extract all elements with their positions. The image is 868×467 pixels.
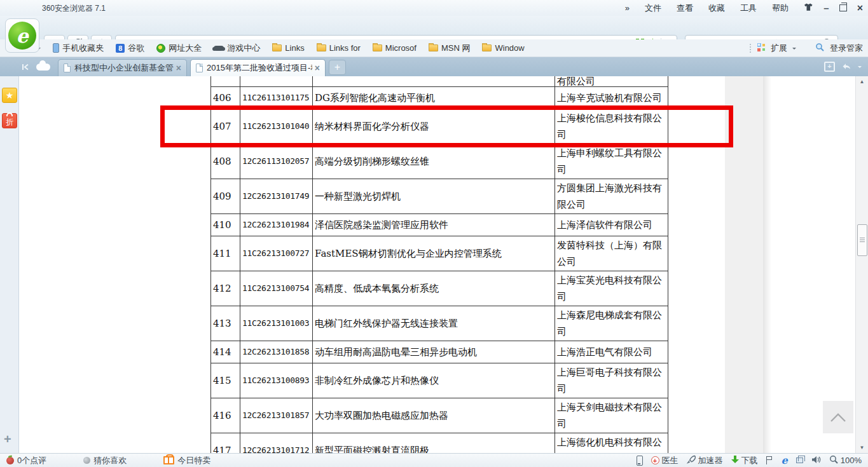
extensions-label[interactable]: 扩展: [771, 43, 787, 54]
bookmark-label: 网址大全: [169, 43, 202, 54]
scroll-up-arrow-icon[interactable]: ▲: [856, 79, 868, 85]
folder-icon: [317, 44, 326, 51]
cloud-sync-icon[interactable]: [36, 64, 50, 71]
table-cell: 方圆集团上海激光科技有限公司: [555, 179, 668, 214]
table-row: 41311C26213101003电梯门红外线保护器无线连接装置上海森尼电梯成套…: [211, 306, 668, 341]
login-manager-icon[interactable]: [815, 43, 825, 54]
table-cell: 大功率双圈加热电磁感应加热器: [313, 398, 555, 433]
favorites-star-button[interactable]: ★: [2, 88, 17, 103]
discounts-zhe-button[interactable]: 折: [2, 113, 17, 128]
table-cell: 一种新型激光切焊机: [313, 179, 555, 214]
accelerator-label: 加速器: [698, 455, 723, 466]
downloads-label: 下载: [741, 455, 758, 466]
accelerator-item[interactable]: 加速器: [687, 455, 723, 466]
deals-label: 今日特卖: [177, 455, 210, 466]
table-cell: 发茵特科技（上海）有限公司: [555, 236, 668, 271]
reviews-item[interactable]: 0个点评: [6, 455, 46, 466]
tab-close-icon[interactable]: ×: [315, 63, 320, 73]
mobile-icon[interactable]: [637, 456, 643, 466]
speaker-icon[interactable]: [811, 456, 821, 466]
scroll-down-arrow-icon[interactable]: ▼: [856, 445, 868, 450]
doctor-label: 医生: [662, 455, 679, 466]
table-cell: 新型平面磁控溅射直流阴极: [313, 433, 555, 454]
windows-stack-icon[interactable]: [796, 457, 803, 463]
bookmark-item[interactable]: 游戏中心: [214, 43, 260, 54]
flag-icon[interactable]: [766, 456, 773, 464]
vertical-scrollbar[interactable]: ▲ ▼: [855, 76, 868, 453]
tab-bar-right: +: [824, 61, 868, 72]
doctor-cross-icon: +: [651, 456, 659, 464]
table-row: 41511C26213100893非制冷红外成像芯片和热像仪上海巨哥电子科技有限…: [211, 363, 668, 398]
skin-icon[interactable]: [804, 3, 813, 14]
menubar-item[interactable]: 工具: [740, 3, 757, 14]
bookmark-item[interactable]: Microsof: [373, 43, 417, 53]
menubar-item[interactable]: 查看: [677, 3, 693, 14]
table-cell: 409: [211, 179, 240, 214]
back-to-top-button[interactable]: [823, 401, 853, 433]
browser-window: 360安全浏览器 7.1 » 文件查看收藏工具帮助 – × e ← http:/…: [0, 0, 868, 467]
sidebar-add-button[interactable]: +: [4, 432, 11, 447]
green-globe-icon: [156, 44, 165, 53]
guess-ball-icon: [83, 457, 90, 464]
table-cell: FastMES钢材切割优化与企业内控管理系统: [313, 236, 555, 271]
table-cell: 12C26213101857: [240, 398, 313, 433]
browser-tab[interactable]: 2015年第二批验收通过项目-科×: [190, 59, 326, 76]
tab-close-icon[interactable]: ×: [176, 63, 181, 73]
bookmark-label: Microsof: [385, 43, 417, 53]
table-cell: 上海泽信软件有限公司: [555, 214, 668, 236]
folder-icon: [429, 44, 438, 51]
table-cell: 上海浩正电气有限公司: [555, 341, 668, 363]
browser-logo-button[interactable]: e: [5, 18, 39, 53]
bookmark-item[interactable]: Links: [272, 43, 304, 53]
menubar-item[interactable]: 收藏: [708, 3, 725, 14]
bookmark-item[interactable]: Links for: [317, 43, 361, 53]
extensions-grid-icon[interactable]: [757, 43, 766, 53]
table-cell: 12C26213101749: [240, 179, 313, 214]
reviews-tomato-icon: [6, 457, 14, 464]
bookmark-item[interactable]: 网址大全: [156, 43, 202, 54]
daily-deals-item[interactable]: 今日特卖: [163, 455, 210, 466]
table-cell: 有限公司: [555, 76, 668, 87]
table-cell: 11C26213101003: [240, 306, 313, 341]
menubar-item[interactable]: 帮助: [772, 3, 789, 14]
tabs-container: 科技型中小企业创新基金管理×2015年第二批验收通过项目-科×: [58, 59, 329, 76]
doctor-item[interactable]: + 医生: [651, 455, 679, 466]
close-button[interactable]: ×: [857, 3, 863, 14]
extensions-caret-icon[interactable]: [792, 48, 796, 51]
undo-closed-tab-icon[interactable]: [841, 61, 851, 72]
minimize-button[interactable]: –: [823, 5, 829, 11]
chevron-up-icon: [829, 412, 848, 423]
menu-overflow-chevron[interactable]: »: [625, 3, 630, 13]
table-cell: 12C26113102057: [240, 144, 313, 179]
bookmark-item[interactable]: Window: [482, 43, 524, 53]
tab-list-icon[interactable]: [22, 63, 30, 71]
guess-you-like-item[interactable]: 猜你喜欢: [83, 455, 127, 466]
status-bar: 0个点评 猜你喜欢 今日特卖 + 医生 加速器 下载 e: [0, 453, 868, 467]
undo-caret-icon[interactable]: [858, 66, 862, 70]
browser-tab[interactable]: 科技型中小企业创新基金管理×: [58, 59, 187, 76]
bookmark-label: 游戏中心: [227, 43, 260, 54]
new-tab-button[interactable]: +: [329, 60, 346, 75]
tab-label: 2015年第二批验收通过项目-科: [207, 62, 312, 74]
table-cell: 12C26213101712: [240, 433, 313, 454]
table-cell: 415: [211, 363, 240, 398]
bookmark-label: Links: [285, 43, 304, 53]
bookmark-item[interactable]: 手机收藏夹: [53, 43, 104, 54]
table-cell: 408: [211, 144, 240, 179]
bookmark-label: 手机收藏夹: [62, 43, 104, 54]
bookmark-label: MSN 网: [441, 43, 471, 54]
bookmark-item[interactable]: MSN 网: [429, 43, 471, 54]
table-cell: 动车组用耐高温防电晕三相异步电动机: [313, 341, 555, 363]
restore-button[interactable]: [839, 4, 847, 11]
table-cell: 416: [211, 398, 240, 433]
bookmark-item[interactable]: 8谷歌: [116, 43, 144, 54]
ie-mode-icon[interactable]: e: [782, 456, 788, 465]
window-controls: – ×: [804, 0, 863, 16]
duplicate-tab-icon[interactable]: +: [824, 62, 835, 72]
downloads-item[interactable]: 下载: [731, 455, 758, 466]
scrollbar-thumb[interactable]: [857, 224, 867, 256]
menubar-item[interactable]: 文件: [645, 3, 661, 14]
zoom-control[interactable]: 100%: [829, 455, 862, 466]
table-cell: 电梯门红外线保护器无线连接装置: [313, 306, 555, 341]
login-manager-label[interactable]: 登录管家: [830, 43, 863, 54]
